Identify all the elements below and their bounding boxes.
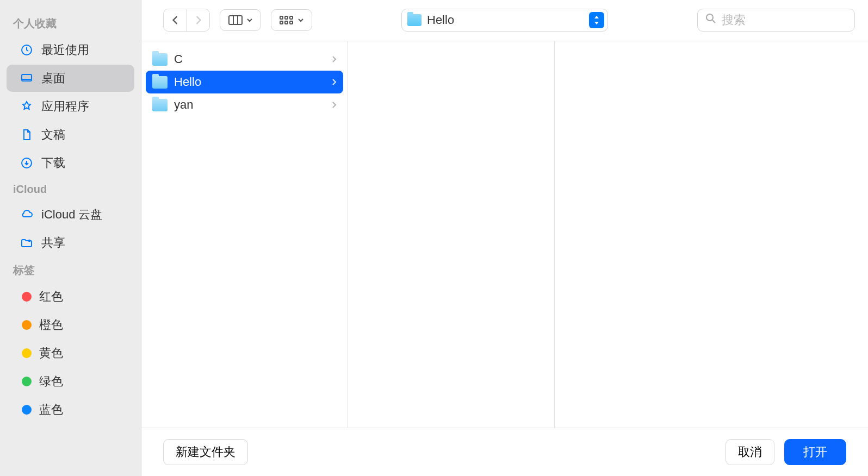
list-item[interactable]: C bbox=[146, 48, 343, 71]
sidebar-item-label: 桌面 bbox=[41, 70, 65, 86]
group-button[interactable] bbox=[271, 9, 312, 31]
chevron-right-icon bbox=[331, 52, 337, 66]
group-icon bbox=[279, 15, 294, 26]
svg-rect-6 bbox=[280, 21, 283, 24]
view-mode-button[interactable] bbox=[220, 9, 261, 31]
apps-icon bbox=[20, 99, 34, 114]
tag-dot-icon bbox=[22, 405, 32, 415]
chevron-down-icon bbox=[297, 17, 304, 23]
sidebar-item-shared[interactable]: 共享 bbox=[7, 229, 134, 256]
sidebar-item-label: 蓝色 bbox=[39, 402, 63, 418]
svg-rect-10 bbox=[290, 21, 293, 24]
tag-dot-icon bbox=[22, 292, 32, 302]
folder-icon bbox=[152, 53, 168, 66]
section-tags-title: 标签 bbox=[0, 258, 141, 282]
nav-group bbox=[163, 9, 210, 32]
tag-dot-icon bbox=[22, 320, 32, 330]
search-icon bbox=[705, 13, 716, 27]
section-favorites-title: 个人收藏 bbox=[0, 11, 141, 35]
item-name: yan bbox=[174, 98, 193, 112]
clock-icon bbox=[20, 43, 34, 57]
sidebar-item-tag-yellow[interactable]: 黄色 bbox=[7, 340, 134, 367]
sidebar: 个人收藏 最近使用 桌面 应用程序 文稿 下载 iCloud i bbox=[0, 0, 141, 476]
sidebar-item-label: 最近使用 bbox=[41, 42, 89, 58]
path-title: Hello bbox=[427, 13, 584, 27]
svg-point-3 bbox=[28, 240, 31, 242]
search-input[interactable] bbox=[722, 13, 847, 27]
sidebar-item-tag-blue[interactable]: 蓝色 bbox=[7, 396, 134, 423]
section-icloud-title: iCloud bbox=[0, 178, 141, 200]
tag-dot-icon bbox=[22, 377, 32, 386]
download-icon bbox=[20, 156, 34, 170]
sidebar-item-label: 橙色 bbox=[39, 317, 63, 333]
item-name: C bbox=[174, 52, 183, 66]
sidebar-item-label: 文稿 bbox=[41, 127, 65, 143]
folder-icon bbox=[152, 76, 168, 89]
svg-rect-5 bbox=[280, 16, 283, 19]
column-1 bbox=[348, 41, 555, 428]
svg-rect-9 bbox=[290, 16, 293, 19]
sidebar-item-tag-green[interactable]: 绿色 bbox=[7, 368, 134, 395]
folder-icon bbox=[152, 99, 168, 111]
chevron-right-icon bbox=[195, 16, 202, 24]
forward-button[interactable] bbox=[187, 9, 209, 31]
cloud-icon bbox=[20, 208, 34, 222]
sidebar-item-label: 绿色 bbox=[39, 373, 63, 390]
chevron-right-icon bbox=[331, 75, 337, 89]
desktop-icon bbox=[20, 71, 34, 85]
sidebar-item-tag-red[interactable]: 红色 bbox=[7, 283, 134, 310]
sidebar-item-label: iCloud 云盘 bbox=[41, 206, 102, 223]
column-0: C Hello yan bbox=[141, 41, 348, 428]
sidebar-item-label: 应用程序 bbox=[41, 98, 89, 115]
sidebar-item-label: 下载 bbox=[41, 155, 65, 171]
svg-point-11 bbox=[706, 14, 713, 21]
chevron-left-icon bbox=[171, 16, 179, 24]
sidebar-item-desktop[interactable]: 桌面 bbox=[7, 65, 134, 92]
item-name: Hello bbox=[174, 75, 201, 89]
popup-arrows-icon bbox=[589, 12, 604, 28]
column-2 bbox=[555, 41, 868, 428]
columns-icon bbox=[228, 15, 243, 26]
shared-folder-icon bbox=[20, 236, 34, 250]
svg-rect-8 bbox=[285, 21, 288, 24]
tag-dot-icon bbox=[22, 348, 32, 358]
sidebar-item-downloads[interactable]: 下载 bbox=[7, 149, 134, 177]
sidebar-item-applications[interactable]: 应用程序 bbox=[7, 93, 134, 120]
back-button[interactable] bbox=[164, 9, 187, 31]
search-field[interactable] bbox=[697, 9, 855, 32]
cancel-button[interactable]: 取消 bbox=[726, 439, 774, 465]
sidebar-item-label: 红色 bbox=[39, 289, 63, 305]
open-button[interactable]: 打开 bbox=[784, 439, 846, 465]
svg-rect-7 bbox=[285, 16, 288, 19]
chevron-down-icon bbox=[246, 17, 253, 23]
sidebar-item-icloud-drive[interactable]: iCloud 云盘 bbox=[7, 201, 134, 228]
sidebar-item-recents[interactable]: 最近使用 bbox=[7, 36, 134, 64]
chevron-right-icon bbox=[331, 98, 337, 112]
list-item[interactable]: yan bbox=[146, 93, 343, 116]
toolbar: Hello bbox=[141, 0, 868, 41]
sidebar-item-documents[interactable]: 文稿 bbox=[7, 121, 134, 148]
path-popup[interactable]: Hello bbox=[401, 9, 608, 32]
svg-rect-1 bbox=[22, 74, 32, 81]
svg-rect-4 bbox=[229, 16, 242, 24]
footer: 新建文件夹 取消 打开 bbox=[141, 428, 868, 476]
sidebar-item-tag-orange[interactable]: 橙色 bbox=[7, 311, 134, 339]
sidebar-item-label: 黄色 bbox=[39, 345, 63, 361]
list-item[interactable]: Hello bbox=[146, 71, 343, 93]
sidebar-item-label: 共享 bbox=[41, 235, 65, 251]
folder-icon bbox=[407, 14, 421, 26]
main-pane: Hello C Hello bbox=[141, 0, 868, 476]
new-folder-button[interactable]: 新建文件夹 bbox=[163, 439, 248, 465]
column-view: C Hello yan bbox=[141, 41, 868, 428]
document-icon bbox=[20, 128, 34, 142]
